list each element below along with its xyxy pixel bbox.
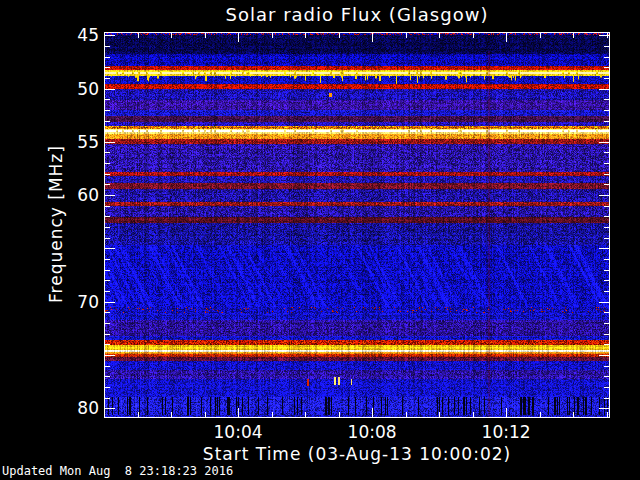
y-tick-label-80: 80 xyxy=(77,399,99,417)
x-axis-label: Start Time (03-Aug-13 10:00:02) xyxy=(104,444,610,464)
updated-timestamp: Updated Mon Aug 8 23:18:23 2016 xyxy=(2,464,233,478)
y-tick-label-45: 45 xyxy=(77,26,99,44)
x-tick-label-10:08: 10:08 xyxy=(330,422,414,442)
figure-title: Solar radio Flux (Glasgow) xyxy=(104,4,610,25)
y-axis-label: Frequency [MHz] xyxy=(46,145,66,303)
y-tick-label-60: 60 xyxy=(77,186,99,204)
y-tick-label-70: 70 xyxy=(77,293,99,311)
y-tick-label-50: 50 xyxy=(77,80,99,98)
x-tick-label-10:12: 10:12 xyxy=(464,422,548,442)
y-tick-label-55: 55 xyxy=(77,133,99,151)
solar-radio-spectrogram-figure: Solar radio Flux (Glasgow) Frequency [MH… xyxy=(0,0,640,480)
spectrogram-canvas xyxy=(104,32,610,418)
x-tick-label-10:04: 10:04 xyxy=(196,422,280,442)
